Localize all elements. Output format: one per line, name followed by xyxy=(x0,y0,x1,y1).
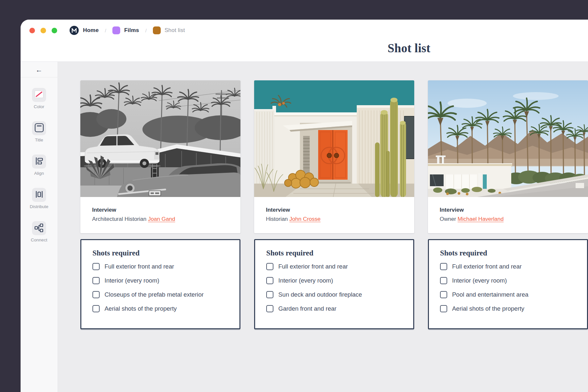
checkbox[interactable] xyxy=(266,277,273,284)
todo-item: Pool and entertainment area xyxy=(440,291,576,298)
caption-heading: Interview xyxy=(266,205,402,215)
photo-bw-house-cars xyxy=(80,80,240,197)
todo-title: Shots required xyxy=(92,249,228,257)
todo-item: Sun deck and outdoor fireplace xyxy=(266,291,402,298)
photo-palm-street xyxy=(428,80,588,197)
caption-text: Architectural Historian Joan Gand xyxy=(92,215,229,224)
connect-icon xyxy=(34,223,44,234)
person-link[interactable]: Michael Haverland xyxy=(458,216,504,222)
header: Home / Films / Shot list Shot list xyxy=(21,20,588,62)
image-caption: Interview Owner Michael Haverland xyxy=(428,197,588,233)
title-card-icon xyxy=(34,123,44,134)
checkbox[interactable] xyxy=(266,291,273,298)
checkbox[interactable] xyxy=(440,305,447,312)
photo-orange-door-house xyxy=(254,80,414,197)
todo-card[interactable]: Shots required Full exterior front and r… xyxy=(254,239,414,329)
caption-text: Historian John Crosse xyxy=(266,215,402,224)
person-link[interactable]: Joan Gand xyxy=(148,216,175,222)
checkbox[interactable] xyxy=(92,305,100,312)
collapse-sidebar-button[interactable]: ← xyxy=(33,65,46,75)
image-card[interactable]: Interview Owner Michael Haverland xyxy=(428,80,588,233)
tool-label: Color xyxy=(34,104,44,109)
person-link[interactable]: John Crosse xyxy=(289,216,320,222)
image-card[interactable]: Interview Architectural Historian Joan G… xyxy=(80,80,240,233)
breadcrumb-separator: / xyxy=(145,28,147,33)
todo-item: Aerial shots of the property xyxy=(440,305,576,312)
column-1: Interview Architectural Historian Joan G… xyxy=(80,80,240,329)
todo-item: Interior (every room) xyxy=(266,277,402,284)
checkbox[interactable] xyxy=(266,263,273,270)
tool-connect[interactable]: Connect xyxy=(31,221,47,242)
todo-item: Aerial shots of the property xyxy=(92,305,228,312)
tool-distribute[interactable]: Distribute xyxy=(30,188,48,209)
caption-heading: Interview xyxy=(92,205,229,215)
tool-title[interactable]: Title xyxy=(32,121,46,142)
zoom-window-button[interactable] xyxy=(52,28,57,33)
checkbox[interactable] xyxy=(92,291,100,298)
shot-list-board-icon[interactable] xyxy=(153,26,161,34)
checkbox[interactable] xyxy=(440,277,447,284)
breadcrumb-shot-list[interactable]: Shot list xyxy=(165,27,185,34)
toolbar-sidebar: ← Color xyxy=(21,62,58,392)
checkbox[interactable] xyxy=(92,263,100,270)
todo-item: Full exterior front and rear xyxy=(92,263,228,270)
board-title: Shot list xyxy=(360,41,458,55)
caption-text: Owner Michael Haverland xyxy=(440,215,576,224)
column-3: Interview Owner Michael Haverland Shots … xyxy=(428,80,588,329)
todo-title: Shots required xyxy=(440,249,576,257)
breadcrumb-home[interactable]: Home xyxy=(83,27,99,34)
distribute-icon xyxy=(35,190,44,200)
breadcrumb-films[interactable]: Films xyxy=(124,27,139,34)
minimize-window-button[interactable] xyxy=(41,28,46,33)
breadcrumb-separator: / xyxy=(105,28,106,33)
board-canvas[interactable]: Interview Architectural Historian Joan G… xyxy=(58,62,588,392)
todo-item: Interior (every room) xyxy=(92,277,228,284)
image-card[interactable]: Interview Historian John Crosse xyxy=(254,80,414,233)
window-controls xyxy=(29,28,57,33)
todo-item: Full exterior front and rear xyxy=(440,263,576,270)
color-swatch-icon xyxy=(35,90,43,99)
tool-color[interactable]: Color xyxy=(32,88,46,109)
checkbox[interactable] xyxy=(266,305,273,312)
back-arrow-icon: ← xyxy=(36,66,42,74)
app-window: Home / Films / Shot list Shot list ← xyxy=(21,20,588,392)
todo-item: Closeups of the prefab metal exterior xyxy=(92,291,228,298)
image-caption: Interview Historian John Crosse xyxy=(254,197,414,233)
image-caption: Interview Architectural Historian Joan G… xyxy=(80,197,240,233)
checkbox[interactable] xyxy=(440,291,447,298)
column-2: Interview Historian John Crosse Shots re… xyxy=(254,80,414,329)
tool-label: Align xyxy=(34,171,44,176)
milanote-logo-icon[interactable] xyxy=(70,26,79,35)
breadcrumb: Home / Films / Shot list xyxy=(29,25,185,35)
tool-label: Distribute xyxy=(30,204,48,209)
films-board-icon[interactable] xyxy=(112,26,120,34)
sidebar-divider xyxy=(21,77,57,77)
todo-item: Full exterior front and rear xyxy=(266,263,402,270)
align-icon xyxy=(35,156,44,167)
close-window-button[interactable] xyxy=(29,28,35,33)
tool-label: Title xyxy=(35,138,43,142)
checkbox[interactable] xyxy=(92,277,100,284)
todo-card[interactable]: Shots required Full exterior front and r… xyxy=(428,239,588,329)
tool-label: Connect xyxy=(31,237,47,242)
tool-align[interactable]: Align xyxy=(32,155,46,176)
checkbox[interactable] xyxy=(440,263,447,270)
caption-heading: Interview xyxy=(440,205,576,215)
todo-item: Garden front and rear xyxy=(266,305,402,312)
todo-card[interactable]: Shots required Full exterior front and r… xyxy=(80,239,240,329)
todo-item: Interior (every room) xyxy=(440,277,576,284)
todo-title: Shots required xyxy=(266,249,402,257)
